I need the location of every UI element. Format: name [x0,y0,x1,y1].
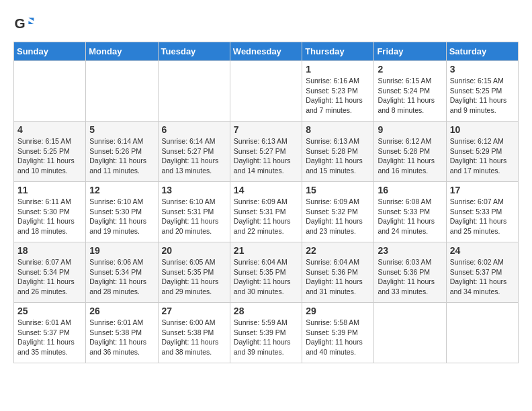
day-number: 2 [378,64,442,75]
calendar-cell: 22Sunrise: 6:04 AM Sunset: 5:36 PM Dayli… [302,242,374,303]
day-info: Sunrise: 6:09 AM Sunset: 5:32 PM Dayligh… [306,197,370,236]
calendar-cell: 13Sunrise: 6:10 AM Sunset: 5:31 PM Dayli… [158,182,230,242]
calendar-cell: 18Sunrise: 6:07 AM Sunset: 5:34 PM Dayli… [14,242,86,303]
day-number: 15 [306,185,370,195]
weekday-header: Saturday [446,42,518,61]
calendar-week-row: 25Sunrise: 6:01 AM Sunset: 5:37 PM Dayli… [14,303,519,363]
calendar-body: 1Sunrise: 6:16 AM Sunset: 5:23 PM Daylig… [14,61,519,363]
day-info: Sunrise: 6:08 AM Sunset: 5:33 PM Dayligh… [378,197,442,236]
day-info: Sunrise: 5:59 AM Sunset: 5:39 PM Dayligh… [234,318,298,357]
day-info: Sunrise: 6:04 AM Sunset: 5:35 PM Dayligh… [234,257,298,297]
day-number: 22 [306,245,370,256]
calendar-cell: 26Sunrise: 6:01 AM Sunset: 5:38 PM Dayli… [86,303,158,363]
day-info: Sunrise: 6:10 AM Sunset: 5:31 PM Dayligh… [162,197,226,236]
calendar-cell: 21Sunrise: 6:04 AM Sunset: 5:35 PM Dayli… [230,242,302,303]
day-number: 26 [89,306,154,316]
calendar-week-row: 4Sunrise: 6:15 AM Sunset: 5:25 PM Daylig… [14,122,519,182]
day-number: 16 [378,185,442,195]
day-number: 5 [89,124,154,135]
day-info: Sunrise: 6:03 AM Sunset: 5:36 PM Dayligh… [378,257,442,297]
day-number: 6 [162,124,226,135]
calendar-cell [158,61,230,122]
calendar-cell: 8Sunrise: 6:13 AM Sunset: 5:28 PM Daylig… [302,122,374,182]
calendar-cell: 17Sunrise: 6:07 AM Sunset: 5:33 PM Dayli… [446,182,518,242]
day-info: Sunrise: 6:15 AM Sunset: 5:25 PM Dayligh… [450,76,515,116]
svg-text:G: G [15,15,26,31]
day-number: 8 [306,124,370,135]
calendar-cell: 5Sunrise: 6:14 AM Sunset: 5:26 PM Daylig… [86,122,158,182]
day-number: 18 [17,245,82,256]
day-info: Sunrise: 6:10 AM Sunset: 5:30 PM Dayligh… [89,197,154,236]
day-info: Sunrise: 6:07 AM Sunset: 5:33 PM Dayligh… [450,197,515,236]
calendar-cell: 4Sunrise: 6:15 AM Sunset: 5:25 PM Daylig… [14,122,86,182]
day-info: Sunrise: 6:06 AM Sunset: 5:34 PM Dayligh… [89,257,154,297]
calendar-cell: 7Sunrise: 6:13 AM Sunset: 5:27 PM Daylig… [230,122,302,182]
calendar-cell: 14Sunrise: 6:09 AM Sunset: 5:31 PM Dayli… [230,182,302,242]
day-info: Sunrise: 6:02 AM Sunset: 5:37 PM Dayligh… [450,257,515,297]
day-number: 25 [17,306,82,316]
day-info: Sunrise: 6:01 AM Sunset: 5:37 PM Dayligh… [17,318,82,357]
calendar-cell: 12Sunrise: 6:10 AM Sunset: 5:30 PM Dayli… [86,182,158,242]
calendar-cell: 1Sunrise: 6:16 AM Sunset: 5:23 PM Daylig… [302,61,374,122]
day-number: 9 [378,124,442,135]
calendar-cell: 19Sunrise: 6:06 AM Sunset: 5:34 PM Dayli… [86,242,158,303]
day-number: 10 [450,124,515,135]
day-info: Sunrise: 6:16 AM Sunset: 5:23 PM Dayligh… [306,76,370,116]
calendar-cell: 9Sunrise: 6:12 AM Sunset: 5:28 PM Daylig… [374,122,446,182]
calendar-cell [86,61,158,122]
day-info: Sunrise: 6:13 AM Sunset: 5:27 PM Dayligh… [234,136,298,176]
calendar-cell: 27Sunrise: 6:00 AM Sunset: 5:38 PM Dayli… [158,303,230,363]
calendar-header-row: SundayMondayTuesdayWednesdayThursdayFrid… [14,42,519,61]
calendar-cell: 15Sunrise: 6:09 AM Sunset: 5:32 PM Dayli… [302,182,374,242]
day-info: Sunrise: 6:14 AM Sunset: 5:26 PM Dayligh… [89,136,154,176]
day-number: 14 [234,185,298,195]
weekday-header: Wednesday [230,42,302,61]
calendar-cell: 11Sunrise: 6:11 AM Sunset: 5:30 PM Dayli… [14,182,86,242]
day-number: 20 [162,245,226,256]
day-info: Sunrise: 6:11 AM Sunset: 5:30 PM Dayligh… [17,197,82,236]
day-number: 1 [306,64,370,75]
calendar-cell [230,61,302,122]
day-info: Sunrise: 6:01 AM Sunset: 5:38 PM Dayligh… [89,318,154,357]
day-number: 12 [89,185,154,195]
day-number: 27 [162,306,226,316]
logo: G [13,13,38,35]
day-info: Sunrise: 5:58 AM Sunset: 5:39 PM Dayligh… [306,318,370,357]
calendar-table: SundayMondayTuesdayWednesdayThursdayFrid… [13,42,519,363]
svg-marker-1 [28,17,34,21]
calendar-cell: 29Sunrise: 5:58 AM Sunset: 5:39 PM Dayli… [302,303,374,363]
day-info: Sunrise: 6:12 AM Sunset: 5:28 PM Dayligh… [378,136,442,176]
day-number: 4 [17,124,82,135]
calendar-cell [446,303,518,363]
day-info: Sunrise: 6:13 AM Sunset: 5:28 PM Dayligh… [306,136,370,176]
day-number: 11 [17,185,82,195]
calendar-cell: 3Sunrise: 6:15 AM Sunset: 5:25 PM Daylig… [446,61,518,122]
day-number: 19 [89,245,154,256]
day-info: Sunrise: 6:15 AM Sunset: 5:24 PM Dayligh… [378,76,442,116]
day-info: Sunrise: 6:07 AM Sunset: 5:34 PM Dayligh… [17,257,82,297]
calendar-cell: 25Sunrise: 6:01 AM Sunset: 5:37 PM Dayli… [14,303,86,363]
calendar-week-row: 11Sunrise: 6:11 AM Sunset: 5:30 PM Dayli… [14,182,519,242]
day-info: Sunrise: 6:04 AM Sunset: 5:36 PM Dayligh… [306,257,370,297]
page-header: G [13,13,519,35]
day-info: Sunrise: 6:00 AM Sunset: 5:38 PM Dayligh… [162,318,226,357]
day-info: Sunrise: 6:14 AM Sunset: 5:27 PM Dayligh… [162,136,226,176]
day-number: 28 [234,306,298,316]
calendar-cell: 20Sunrise: 6:05 AM Sunset: 5:35 PM Dayli… [158,242,230,303]
svg-marker-2 [28,21,34,24]
day-number: 3 [450,64,515,75]
day-number: 21 [234,245,298,256]
weekday-header: Thursday [302,42,374,61]
weekday-header: Monday [86,42,158,61]
calendar-cell: 6Sunrise: 6:14 AM Sunset: 5:27 PM Daylig… [158,122,230,182]
calendar-week-row: 1Sunrise: 6:16 AM Sunset: 5:23 PM Daylig… [14,61,519,122]
day-number: 13 [162,185,226,195]
day-info: Sunrise: 6:15 AM Sunset: 5:25 PM Dayligh… [17,136,82,176]
weekday-header: Friday [374,42,446,61]
calendar-cell: 10Sunrise: 6:12 AM Sunset: 5:29 PM Dayli… [446,122,518,182]
day-info: Sunrise: 6:09 AM Sunset: 5:31 PM Dayligh… [234,197,298,236]
day-info: Sunrise: 6:12 AM Sunset: 5:29 PM Dayligh… [450,136,515,176]
day-number: 17 [450,185,515,195]
calendar-cell: 16Sunrise: 6:08 AM Sunset: 5:33 PM Dayli… [374,182,446,242]
calendar-cell [14,61,86,122]
